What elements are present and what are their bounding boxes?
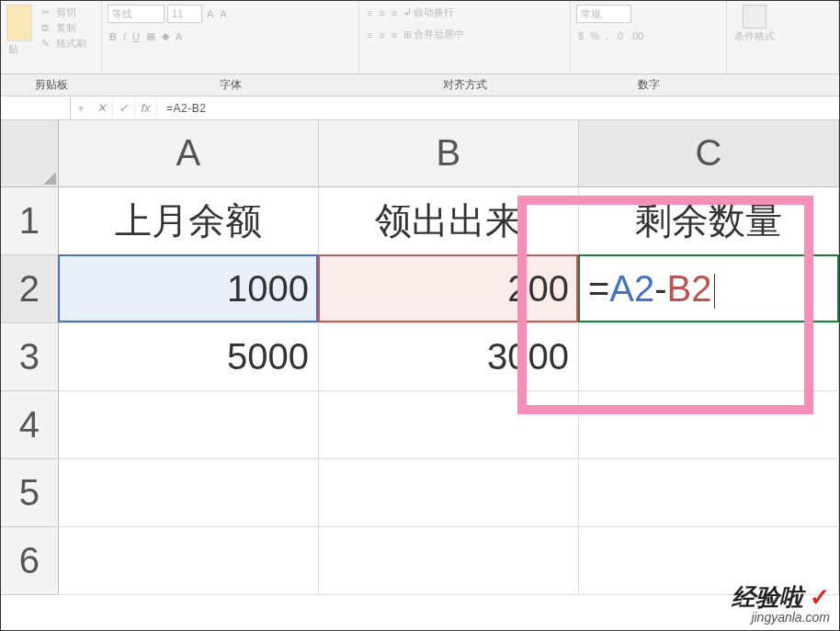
cell-C4[interactable] [578, 390, 838, 458]
conditional-format-icon[interactable] [743, 5, 766, 28]
increase-font-icon[interactable]: A [205, 7, 215, 20]
cell-C3[interactable] [578, 322, 838, 390]
group-label-styles [727, 74, 839, 96]
decrease-decimal-icon[interactable]: .00 [628, 29, 645, 42]
group-label-alignment: 对齐方式 [359, 74, 571, 96]
format-painter-button[interactable]: ✎ 格式刷 [40, 36, 88, 51]
italic-button[interactable]: I [121, 30, 128, 43]
cell-B6[interactable] [318, 526, 578, 594]
brush-icon: ✎ [41, 38, 54, 51]
name-box[interactable] [1, 96, 71, 119]
ribbon-group-alignment: ≡ ≡ ≡ ↲ 自动换行 ≡ ≡ ≡ ⊞ 合并后居中 [359, 1, 571, 73]
row-header-6[interactable]: 6 [1, 526, 58, 594]
ribbon-group-labels: 剪贴板 字体 对齐方式 数字 [1, 74, 839, 96]
ribbon-group-styles: 条件格式 [727, 1, 839, 73]
watermark-text: 经验啦 [732, 583, 803, 611]
checkmark-icon: ✓ [810, 583, 830, 611]
cell-B5[interactable] [318, 458, 578, 526]
cell-B3[interactable]: 3000 [318, 322, 578, 390]
row-header-3[interactable]: 3 [1, 322, 58, 390]
merge-icon: ⊞ [403, 28, 412, 40]
underline-button[interactable]: U [131, 30, 142, 43]
increase-decimal-icon[interactable]: .0 [613, 29, 625, 42]
cell-C5[interactable] [578, 458, 838, 526]
group-label-clipboard: 剪贴板 [1, 74, 102, 96]
watermark-url: jingyanla.com [732, 611, 830, 625]
formula-bar: ▾ ✕ ✓ fx =A2-B2 [1, 96, 839, 120]
align-left-icon[interactable]: ≡ [365, 28, 374, 41]
formula-ref-A2: A2 [609, 268, 654, 309]
align-top-icon[interactable]: ≡ [365, 6, 374, 19]
align-bot-icon[interactable]: ≡ [390, 6, 399, 19]
currency-icon[interactable]: $ [576, 29, 585, 42]
align-center-icon[interactable]: ≡ [377, 28, 386, 41]
paste-label: 贴 [6, 41, 36, 57]
name-box-dropdown-icon[interactable]: ▾ [71, 102, 91, 115]
row-header-4[interactable]: 4 [1, 390, 58, 458]
copy-label: 复制 [56, 21, 76, 35]
cell-B1[interactable]: 领出出来 [318, 186, 578, 254]
cell-C2-editing[interactable]: =A2-B2 [578, 254, 838, 322]
ribbon-group-font: 等线 11 A A B I U ▦ ◆ A [102, 1, 359, 73]
row-header-2[interactable]: 2 [1, 254, 58, 322]
ribbon-group-clipboard: 贴 ✂ 剪切 ⧉ 复制 ✎ 格式刷 [1, 1, 102, 73]
cell-C1[interactable]: 剩余数量 [578, 186, 838, 254]
row-header-1[interactable]: 1 [1, 186, 58, 254]
cell-B2[interactable]: 200 [318, 254, 578, 322]
wrap-text-button[interactable]: ↲ 自动换行 [402, 5, 456, 20]
cell-B4[interactable] [318, 390, 578, 458]
font-size-select[interactable]: 11 [167, 5, 202, 23]
number-format-select[interactable]: 常规 [576, 5, 631, 23]
fill-color-icon[interactable]: ◆ [160, 29, 171, 43]
paste-button[interactable] [6, 5, 32, 41]
formula-input[interactable]: =A2-B2 [157, 102, 839, 115]
ribbon-group-number: 常规 $ % , .0 .00 [571, 1, 727, 73]
align-right-icon[interactable]: ≡ [390, 28, 399, 41]
merge-center-label: 合并后居中 [414, 28, 464, 41]
ribbon-toolbar: 贴 ✂ 剪切 ⧉ 复制 ✎ 格式刷 等线 11 [1, 1, 839, 74]
scissors-icon: ✂ [41, 6, 54, 19]
col-header-C[interactable]: C [578, 120, 838, 186]
group-label-font: 字体 [102, 74, 359, 96]
group-label-number: 数字 [571, 74, 727, 96]
format-painter-label: 格式刷 [56, 37, 86, 51]
text-cursor [714, 274, 715, 309]
cell-A6[interactable] [58, 526, 318, 594]
comma-icon[interactable]: , [604, 29, 610, 42]
cell-A2[interactable]: 1000 [58, 254, 318, 322]
percent-icon[interactable]: % [588, 29, 601, 42]
cell-A3[interactable]: 5000 [58, 322, 318, 390]
decrease-font-icon[interactable]: A [218, 7, 228, 20]
copy-button[interactable]: ⧉ 复制 [40, 20, 88, 36]
cut-label: 剪切 [56, 6, 76, 19]
copy-icon: ⧉ [41, 22, 54, 35]
font-name-select[interactable]: 等线 [108, 5, 165, 23]
watermark: 经验啦 ✓ jingyanla.com [732, 584, 830, 625]
cut-button[interactable]: ✂ 剪切 [40, 5, 88, 20]
formula-ref-B2: B2 [667, 268, 712, 309]
cell-A1[interactable]: 上月余额 [58, 186, 318, 254]
wrap-text-icon: ↲ [403, 6, 412, 18]
col-header-A[interactable]: A [58, 120, 318, 186]
align-mid-icon[interactable]: ≡ [377, 6, 386, 19]
spreadsheet-grid: A B C 1 上月余额 领出出来 剩余数量 2 1000 200 =A2-B2… [1, 120, 839, 595]
enter-formula-button[interactable]: ✓ [113, 96, 135, 119]
select-all-corner[interactable] [1, 120, 58, 186]
border-icon[interactable]: ▦ [144, 29, 157, 43]
wrap-text-label: 自动换行 [414, 6, 454, 19]
merge-center-button[interactable]: ⊞ 合并后居中 [402, 27, 466, 42]
formula-eq: = [588, 268, 609, 309]
bold-button[interactable]: B [108, 30, 119, 43]
fx-button[interactable]: fx [135, 96, 157, 119]
col-header-B[interactable]: B [318, 120, 578, 186]
cancel-formula-button[interactable]: ✕ [91, 96, 113, 119]
formula-minus: - [654, 268, 666, 309]
row-header-5[interactable]: 5 [1, 458, 58, 526]
cell-A5[interactable] [58, 458, 318, 526]
cell-A4[interactable] [58, 390, 318, 458]
font-color-icon[interactable]: A [174, 30, 184, 43]
conditional-format-label: 条件格式 [732, 28, 777, 44]
